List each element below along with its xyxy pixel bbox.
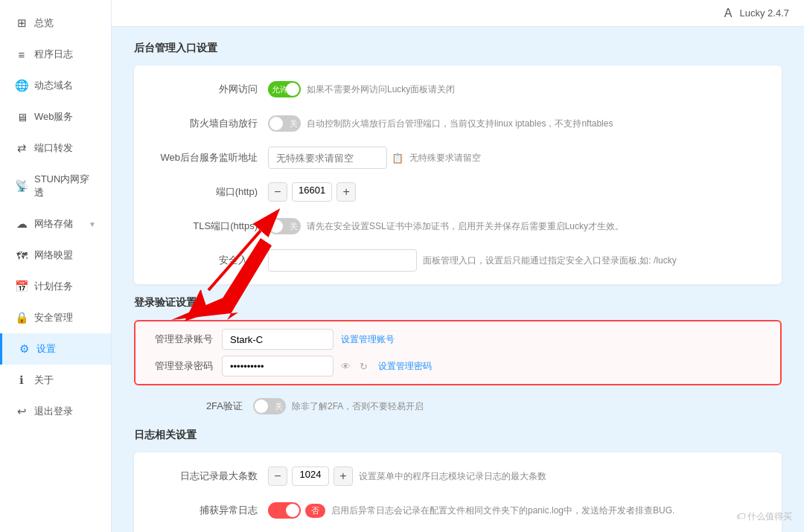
log-section-title: 日志相关设置 [134,429,782,442]
content-wrapper: A Lucky 2.4.7 后台管理入口设置 外网访问 [112,0,804,532]
external-access-desc: 如果不需要外网访问Lucky面板请关闭 [307,83,455,96]
max-records-increment[interactable]: + [334,467,353,486]
password-icons: 👁 ↻ [338,359,371,374]
tls-label: TLS端口(https) [149,219,268,233]
monitor-input[interactable] [268,147,387,169]
monitor-address-row: Web后台服务监听地址 📋 无特殊要求请留空 [149,146,767,170]
username-link[interactable]: 设置管理账号 [341,333,395,346]
port-http-row: 端口(http) − 16601 + [149,180,767,204]
sidebar-item-program-log[interactable]: ≡ 程序日志 [0,39,111,70]
map-icon: 🗺 [15,249,28,262]
firewall-auto-label: 防火墙自动放行 [149,117,268,130]
overview-icon: ⊞ [15,16,28,30]
firewall-auto-row: 防火墙自动放行 关 自动控制防火墙放行后台管理端口，当前仅支持linux ipt… [149,112,767,135]
password-eye-icon[interactable]: 👁 [338,359,353,374]
sidebar-item-label: 计划任务 [34,280,73,293]
sidebar-item-stun[interactable]: 📡 STUN内网穿透 [0,164,111,208]
backend-section-title: 后台管理入口设置 [134,42,782,55]
sidebar-item-scheduled-task[interactable]: 📅 计划任务 [0,271,111,302]
security-entry-input[interactable] [268,249,417,272]
sidebar-item-network-map[interactable]: 🗺 网络映盟 [0,240,111,271]
sidebar-item-label: 安全管理 [34,311,73,324]
security-icon: 🔒 [15,311,28,324]
sidebar-item-overview[interactable]: ⊞ 总览 [0,7,111,39]
external-access-row: 外网访问 允许 如果不需要外网访问Lucky面板请关闭 [149,77,767,101]
stun-icon: 📡 [15,179,28,193]
firewall-toggle-label: 关 [290,118,298,129]
port-icon: ⇄ [15,141,28,155]
security-entry-label: 安全入口 [149,254,268,267]
sidebar-item-network-storage[interactable]: ☁ 网络存储 ▼ [0,208,111,240]
about-icon: ℹ [15,374,28,387]
max-records-row: 日志记录最大条数 − 1024 + 设置菜单中的程序日志模块记录日志的最大条数 [149,464,767,488]
firewall-auto-desc: 自动控制防火墙放行后台管理端口，当前仅支持linux iptables，不支持n… [307,118,613,130]
capture-toggle[interactable] [268,502,301,519]
max-records-decrement[interactable]: − [268,467,287,486]
password-refresh-icon[interactable]: ↻ [356,359,371,374]
sidebar-item-label: STUN内网穿透 [34,173,96,199]
sidebar-item-security[interactable]: 🔒 安全管理 [0,302,111,333]
port-increment[interactable]: + [336,182,356,202]
dns-icon: 🌐 [15,79,28,92]
username-input[interactable] [222,329,334,350]
username-row: 管理登录账号 设置管理账号 [147,329,768,350]
capture-label: 捕获异常日志 [149,504,268,517]
port-label: 端口(http) [149,185,268,199]
tls-port-row: TLS端口(https) 关 请先在安全设置SSL证书中添加证书，启用开关并保存… [149,214,767,238]
capture-exception-row: 捕获异常日志 否 启用后异常日志会记录在配置文件相同文件夹下的panic.log… [149,499,767,522]
sidebar-item-about[interactable]: ℹ 关于 [0,365,111,396]
twofa-toggle-label: 关 [275,401,283,412]
password-link[interactable]: 设置管理密码 [378,360,432,373]
external-access-label: 外网访问 [149,83,268,96]
sidebar-item-label: Web服务 [34,110,74,124]
sidebar-item-label: 网络存储 [34,217,73,231]
logout-icon: ↩ [15,405,28,418]
watermark-icon: 🏷 [736,511,745,522]
twofa-toggle[interactable]: 关 [253,398,286,414]
log-icon: ≡ [15,48,28,61]
monitor-desc: 无特殊要求请留空 [409,152,481,164]
twofa-label: 2FA验证 [134,400,253,413]
firewall-auto-toggle[interactable]: 关 [268,115,301,132]
max-records-label: 日志记录最大条数 [149,469,268,483]
max-records-stepper: − 1024 + [268,467,353,486]
top-bar: A Lucky 2.4.7 [112,0,804,27]
tls-toggle-label: 关 [290,221,298,232]
capture-desc: 启用后异常日志会记录在配置文件相同文件夹下的panic.log中，发送给开发者排… [331,504,674,517]
sidebar-item-port-forward[interactable]: ⇄ 端口转发 [0,132,111,164]
sidebar-item-dynamic-dns[interactable]: 🌐 动态域名 [0,70,111,101]
app-title: Lucky 2.4.7 [740,7,790,19]
port-value: 16601 [292,182,332,202]
max-records-desc: 设置菜单中的程序日志模块记录日志的最大条数 [359,470,546,483]
main-content: 后台管理入口设置 外网访问 允许 如果不需要外网访问Lucky面板请关闭 防火墙… [112,0,804,532]
tls-toggle[interactable]: 关 [268,218,301,234]
login-section-title: 登录验证设置 [134,296,782,310]
monitor-copy-icon[interactable]: 📋 [392,153,403,164]
sidebar-item-label: 设置 [36,342,56,356]
security-entry-row: 安全入口 面板管理入口，设置后只能通过指定安全入口登录面板,如: /lucky [149,249,767,272]
web-icon: 🖥 [15,111,28,124]
task-icon: 📅 [15,280,28,293]
capture-badge: 否 [305,504,325,518]
storage-icon: ☁ [15,217,28,231]
max-records-value: 1024 [292,467,329,486]
watermark-text: 什么值得买 [747,511,792,522]
log-settings-card: 日志记录最大条数 − 1024 + 设置菜单中的程序日志模块记录日志的最大条数 … [134,452,782,532]
twofa-desc: 除非了解2FA，否则不要轻易开启 [292,400,424,413]
sidebar-item-settings[interactable]: ⚙ 设置 [0,333,111,365]
sidebar-item-web-service[interactable]: 🖥 Web服务 [0,101,111,132]
tls-desc: 请先在安全设置SSL证书中添加证书，启用开关并保存后需要重启Lucky才生效。 [307,220,624,233]
external-access-toggle[interactable]: 允许 [268,81,301,97]
port-decrement[interactable]: − [268,182,287,202]
sidebar-item-label: 网络映盟 [34,249,73,262]
external-access-toggle-label: 允许 [272,84,288,95]
expand-icon: ▼ [89,220,96,228]
sidebar-item-logout[interactable]: ↩ 退出登录 [0,396,111,427]
translate-icon: A [724,7,733,20]
monitor-label: Web后台服务监听地址 [149,151,268,164]
password-input[interactable] [222,356,334,376]
password-row: 管理登录密码 👁 ↻ 设置管理密码 [147,356,768,376]
sidebar-item-label: 退出登录 [34,405,73,418]
settings-icon: ⚙ [17,342,31,356]
backend-settings-card: 外网访问 允许 如果不需要外网访问Lucky面板请关闭 防火墙自动放行 关 自动… [134,65,782,284]
